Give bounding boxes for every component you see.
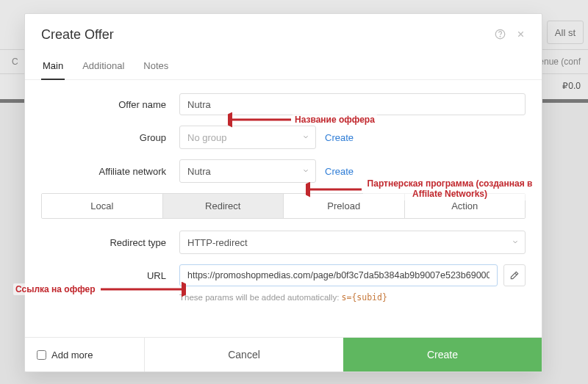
affiliate-create-link[interactable]: Create (325, 166, 354, 177)
group-select[interactable]: No group (179, 126, 316, 149)
offer-name-input[interactable] (179, 93, 526, 115)
url-input[interactable] (179, 264, 498, 286)
create-button[interactable]: Create (343, 338, 542, 372)
seg-action[interactable]: Action (404, 194, 526, 218)
cancel-button[interactable]: Cancel (145, 338, 343, 372)
add-more-checkbox-input[interactable] (37, 350, 46, 360)
close-icon[interactable] (516, 29, 526, 41)
seg-local[interactable]: Local (42, 194, 162, 218)
label-group: Group (41, 132, 179, 143)
chevron-down-icon (302, 166, 309, 177)
svg-point-1 (500, 36, 501, 37)
offer-type-segmented: Local Redirect Preload Action (41, 193, 526, 219)
help-icon[interactable] (495, 29, 506, 42)
modal-title: Create Offer (41, 27, 484, 43)
seg-preload[interactable]: Preload (283, 194, 404, 218)
tab-additional[interactable]: Additional (81, 54, 126, 79)
add-more-checkbox[interactable]: Add more (25, 338, 145, 372)
label-offer-name: Offer name (41, 99, 179, 110)
redirect-type-select[interactable]: HTTP-redirect (179, 231, 526, 254)
label-redirect-type: Redirect type (41, 237, 179, 248)
create-offer-modal: Create Offer Main Additional Notes Offer… (24, 13, 542, 372)
seg-redirect[interactable]: Redirect (162, 194, 284, 218)
group-create-link[interactable]: Create (325, 132, 354, 143)
chevron-down-icon (512, 237, 519, 248)
affiliate-network-select[interactable]: Nutra (179, 159, 316, 183)
tab-main[interactable]: Main (41, 54, 65, 80)
url-params-hint: These params will be added automatically… (179, 292, 387, 303)
modal-tabs: Main Additional Notes (25, 54, 542, 80)
label-url: URL (41, 270, 179, 281)
url-edit-button[interactable] (503, 264, 526, 286)
chevron-down-icon (302, 132, 309, 143)
label-affiliate-network: Affiliate network (41, 166, 179, 177)
tab-notes[interactable]: Notes (142, 54, 170, 79)
